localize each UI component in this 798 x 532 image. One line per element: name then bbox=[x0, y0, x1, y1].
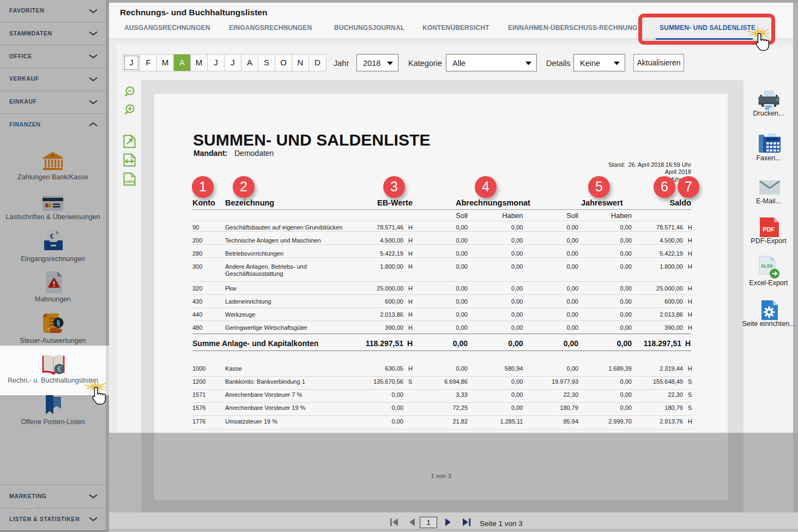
svg-text:100%: 100% bbox=[124, 179, 135, 184]
svg-text:XLSX: XLSX bbox=[761, 263, 773, 269]
svg-text:PDF: PDF bbox=[763, 226, 775, 233]
svg-text:€: € bbox=[57, 365, 62, 373]
